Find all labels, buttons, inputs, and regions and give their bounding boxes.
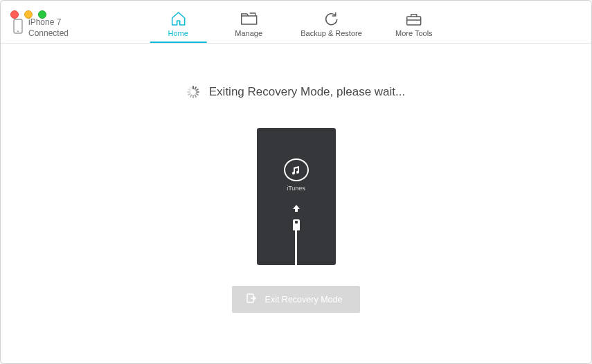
minimize-icon[interactable]: [24, 10, 33, 19]
app-window: iPhone 7 Connected Home: [0, 0, 592, 364]
arrow-up-icon: [292, 203, 301, 215]
device-name: iPhone 7: [28, 17, 69, 28]
loading-spinner-icon: [187, 86, 199, 98]
status-message: Exiting Recovery Mode, please wait...: [209, 85, 405, 99]
exit-icon: [246, 293, 257, 306]
exit-button-label: Exit Recovery Mode: [265, 295, 343, 304]
exit-recovery-mode-button[interactable]: Exit Recovery Mode: [232, 286, 361, 313]
status-row: Exiting Recovery Mode, please wait...: [187, 85, 405, 99]
nav-label: Backup & Restore: [301, 29, 362, 37]
itunes-label: iTunes: [287, 185, 305, 192]
nav-label: Manage: [235, 29, 262, 37]
lightning-cable-icon: [293, 219, 300, 265]
svg-rect-2: [407, 17, 421, 25]
nav-label: Home: [168, 29, 188, 37]
maximize-icon[interactable]: [38, 10, 46, 19]
tab-more-tools[interactable]: More Tools: [395, 11, 433, 43]
toolbox-icon: [405, 11, 423, 26]
tab-manage[interactable]: Manage: [230, 11, 267, 43]
svg-point-1: [17, 30, 19, 32]
device-status: Connected: [28, 28, 69, 39]
tab-home[interactable]: Home: [159, 11, 197, 43]
tab-backup-restore[interactable]: Backup & Restore: [301, 11, 362, 43]
navbar: Home Manage: [159, 1, 433, 43]
close-icon[interactable]: [10, 10, 19, 19]
phone-illustration: iTunes: [257, 128, 336, 265]
home-icon: [170, 11, 186, 26]
phone-device-icon: [13, 19, 23, 37]
titlebar: iPhone 7 Connected Home: [1, 1, 591, 44]
nav-label: More Tools: [395, 29, 433, 37]
window-controls: [10, 10, 46, 19]
backup-restore-icon: [323, 11, 340, 26]
folder-icon: [240, 11, 258, 26]
main-content: Exiting Recovery Mode, please wait... iT…: [1, 44, 591, 363]
itunes-icon: [284, 158, 309, 181]
